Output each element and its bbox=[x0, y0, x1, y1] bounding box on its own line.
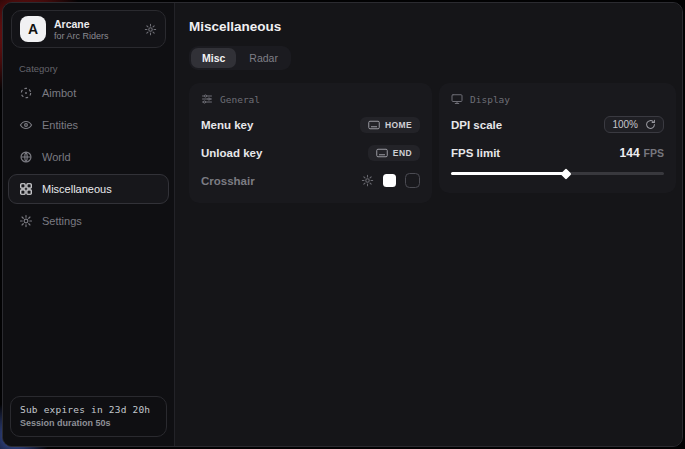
sidebar-item-label: Entities bbox=[42, 119, 78, 131]
category-label: Category bbox=[19, 63, 174, 74]
app-name: Arcane bbox=[54, 18, 109, 30]
menu-key-bind-button[interactable]: HOME bbox=[360, 117, 420, 133]
unload-key-value: END bbox=[393, 148, 412, 158]
unload-key-label: Unload key bbox=[201, 147, 262, 159]
general-card: General Menu key HOME Unload key bbox=[189, 83, 432, 203]
unload-key-bind-button[interactable]: END bbox=[368, 145, 420, 161]
menu-key-label: Menu key bbox=[201, 119, 253, 131]
fps-limit-value: 144 FPS bbox=[620, 146, 664, 160]
app-logo: A bbox=[20, 16, 46, 42]
general-card-header: General bbox=[201, 93, 420, 105]
sidebar: A Arcane for Arc Riders Category Aimbot bbox=[3, 3, 175, 446]
tab-bar: Misc Radar bbox=[189, 46, 291, 70]
sidebar-item-miscellaneous[interactable]: Miscellaneous bbox=[8, 174, 169, 204]
sidebar-item-label: Miscellaneous bbox=[42, 183, 112, 195]
dpi-reset-icon[interactable] bbox=[645, 119, 656, 130]
crosshair-enable-checkbox[interactable] bbox=[405, 173, 420, 188]
session-duration-text: Session duration 50s bbox=[20, 418, 157, 428]
display-card-title: Display bbox=[470, 94, 510, 105]
crosshair-icon bbox=[19, 86, 33, 100]
tab-misc[interactable]: Misc bbox=[191, 48, 236, 68]
fps-slider-fill bbox=[451, 172, 566, 175]
dpi-scale-value: 100% bbox=[612, 119, 638, 130]
cards-row: General Menu key HOME Unload key bbox=[189, 83, 676, 203]
subscription-info-card: Sub expires in 23d 20h Session duration … bbox=[10, 396, 167, 437]
fps-slider-thumb[interactable] bbox=[560, 168, 571, 179]
page-title: Miscellaneous bbox=[189, 19, 676, 34]
app-window: A Arcane for Arc Riders Category Aimbot bbox=[2, 2, 683, 447]
unload-key-row: Unload key END bbox=[201, 144, 420, 161]
sub-expiry-text: Sub expires in 23d 20h bbox=[20, 404, 157, 415]
app-subtitle: for Arc Riders bbox=[54, 31, 109, 41]
grid-icon bbox=[19, 182, 33, 196]
brand-card: A Arcane for Arc Riders bbox=[11, 10, 166, 48]
sidebar-item-world[interactable]: World bbox=[8, 142, 169, 172]
crosshair-label: Crosshair bbox=[201, 175, 255, 187]
crosshair-color-swatch[interactable] bbox=[383, 174, 396, 187]
brand-gear-icon[interactable] bbox=[144, 23, 157, 36]
crosshair-settings-gear-icon[interactable] bbox=[361, 174, 374, 187]
display-card: Display DPI scale 100% FPS limit 144 bbox=[439, 83, 676, 193]
fps-limit-label: FPS limit bbox=[451, 147, 500, 159]
display-card-header: Display bbox=[451, 93, 664, 105]
sidebar-item-label: Settings bbox=[42, 215, 82, 227]
main-content: Miscellaneous Misc Radar General Menu ke… bbox=[175, 3, 683, 446]
crosshair-controls bbox=[361, 173, 420, 188]
tab-radar[interactable]: Radar bbox=[238, 48, 289, 68]
general-card-title: General bbox=[220, 94, 260, 105]
sidebar-item-label: Aimbot bbox=[42, 87, 76, 99]
sidebar-item-label: World bbox=[42, 151, 71, 163]
crosshair-row: Crosshair bbox=[201, 172, 420, 189]
sidebar-item-settings[interactable]: Settings bbox=[8, 206, 169, 236]
dpi-scale-input[interactable]: 100% bbox=[604, 116, 664, 133]
globe-icon bbox=[19, 150, 33, 164]
gear-icon bbox=[19, 214, 33, 228]
sidebar-nav: Aimbot Entities World Miscellaneous bbox=[3, 77, 174, 237]
fps-unit: FPS bbox=[644, 147, 664, 159]
sidebar-item-entities[interactable]: Entities bbox=[8, 110, 169, 140]
fps-limit-row: FPS limit 144 FPS bbox=[451, 144, 664, 161]
brand-text: Arcane for Arc Riders bbox=[54, 18, 109, 41]
sliders-icon bbox=[201, 93, 213, 105]
eye-icon bbox=[19, 118, 33, 132]
keyboard-icon bbox=[368, 120, 380, 130]
monitor-icon bbox=[451, 93, 463, 105]
menu-key-value: HOME bbox=[385, 120, 412, 130]
dpi-scale-row: DPI scale 100% bbox=[451, 116, 664, 133]
dpi-scale-label: DPI scale bbox=[451, 119, 502, 131]
fps-number: 144 bbox=[620, 146, 640, 160]
keyboard-icon bbox=[376, 148, 388, 158]
menu-key-row: Menu key HOME bbox=[201, 116, 420, 133]
fps-slider[interactable] bbox=[451, 168, 664, 179]
sidebar-item-aimbot[interactable]: Aimbot bbox=[8, 78, 169, 108]
